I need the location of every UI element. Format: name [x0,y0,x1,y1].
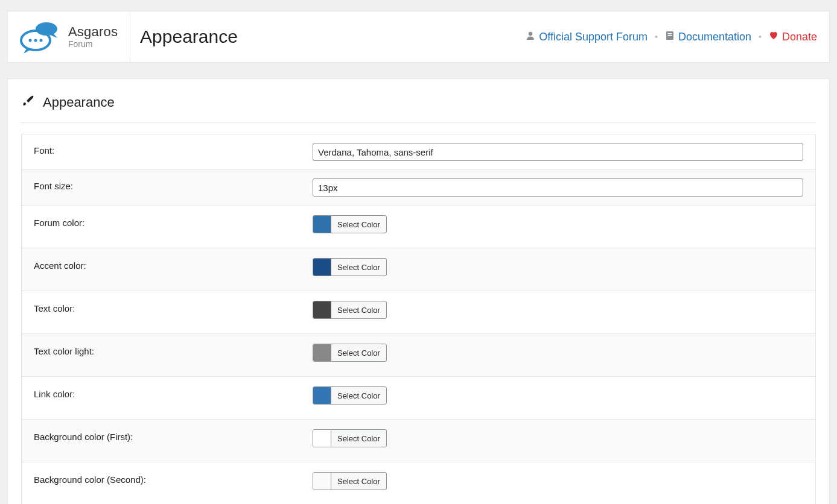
text-color-light-picker[interactable]: Select Color [313,344,387,362]
support-link[interactable]: Official Support Forum [526,31,648,43]
docs-link-label: Documentation [678,31,751,43]
link-color-picker[interactable]: Select Color [313,386,387,405]
row-forum-color: Forum color: Select Color [22,206,815,248]
font-label: Font: [34,143,313,156]
row-bg-first: Background color (First): Select Color [22,420,815,462]
bg-second-swatch [313,473,331,490]
link-color-button-label: Select Color [331,387,386,404]
text-color-swatch [313,301,331,318]
link-color-swatch [313,387,331,404]
text-color-light-label: Text color light: [34,344,313,356]
link-color-label: Link color: [34,386,313,399]
heart-icon [769,31,778,43]
svg-point-2 [29,39,32,42]
user-icon [526,31,535,43]
bg-second-picker[interactable]: Select Color [313,472,387,490]
svg-point-3 [34,39,37,42]
forum-color-picker[interactable]: Select Color [313,215,387,233]
font-size-label: Font size: [34,178,313,191]
svg-point-5 [529,31,532,35]
donate-link[interactable]: Donate [769,31,817,43]
row-text-color-light: Text color light: Select Color [22,334,815,377]
forum-color-button-label: Select Color [331,216,386,233]
bg-first-button-label: Select Color [331,430,386,447]
header-bar: Asgaros Forum Appearance Official Suppor… [7,11,830,63]
brush-icon [21,93,36,112]
bg-second-label: Background color (Second): [34,472,313,485]
donate-link-label: Donate [782,31,817,43]
text-color-picker[interactable]: Select Color [313,301,387,319]
header-links: Official Support Forum • Documentation •… [526,31,817,43]
row-text-color: Text color: Select Color [22,291,815,334]
bg-first-label: Background color (First): [34,429,313,442]
logo-main: Asgaros [68,25,118,39]
logo-text: Asgaros Forum [68,25,118,48]
logo-sub: Forum [68,40,118,48]
chat-bubbles-icon [20,20,62,54]
page-title: Appearance [140,27,238,47]
accent-color-picker[interactable]: Select Color [313,258,387,276]
row-accent-color: Accent color: Select Color [22,248,815,291]
svg-point-4 [40,39,43,42]
accent-color-swatch [313,259,331,276]
font-size-input[interactable] [313,178,803,197]
bg-second-button-label: Select Color [331,473,386,490]
text-color-light-button-label: Select Color [331,344,386,361]
bg-first-swatch [313,430,331,447]
bg-first-picker[interactable]: Select Color [313,429,387,447]
section-title: Appearance [21,90,816,123]
section-title-text: Appearance [43,95,115,110]
forum-color-label: Forum color: [34,215,313,228]
accent-color-label: Accent color: [34,258,313,271]
accent-color-button-label: Select Color [331,259,386,276]
book-icon [665,31,675,43]
svg-rect-8 [667,35,672,36]
text-color-button-label: Select Color [331,301,386,318]
forum-color-swatch [313,216,331,233]
docs-link[interactable]: Documentation [665,31,751,43]
row-font-size: Font size: [22,170,815,206]
row-font: Font: [22,134,815,170]
settings-table: Font: Font size: Forum color: Select Col… [21,134,816,504]
svg-rect-7 [667,33,672,34]
text-color-light-swatch [313,344,331,361]
support-link-label: Official Support Forum [539,31,648,43]
row-bg-second: Background color (Second): Select Color [22,462,815,504]
separator: • [652,32,660,42]
row-link-color: Link color: Select Color [22,377,815,420]
separator: • [756,32,764,42]
text-color-label: Text color: [34,301,313,313]
font-input[interactable] [313,143,803,161]
settings-panel: Appearance Font: Font size: Forum color:… [7,78,830,504]
logo: Asgaros Forum [20,11,130,62]
